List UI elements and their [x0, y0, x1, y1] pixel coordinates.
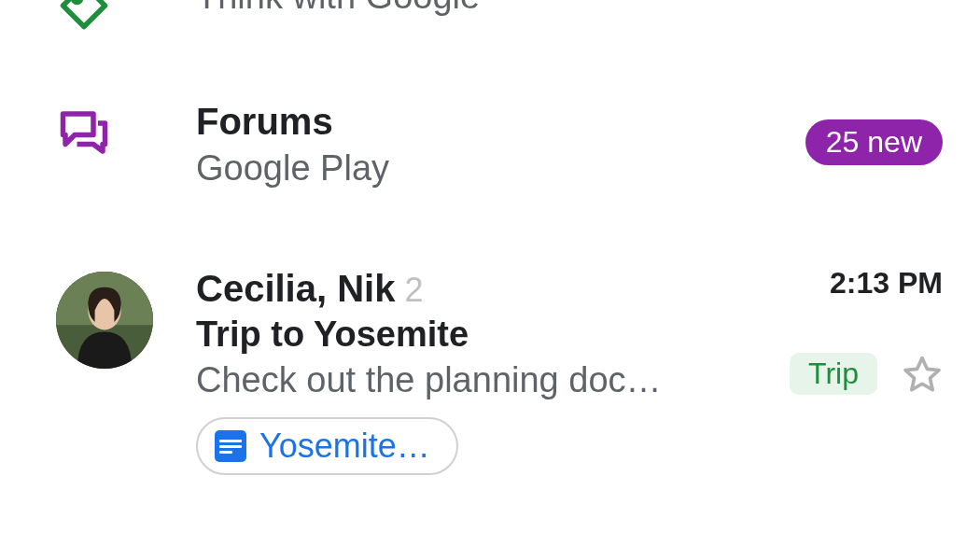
category-item-forums[interactable]: Forums Google Play 25 new: [0, 99, 980, 191]
attachment-chip[interactable]: Yosemite…: [196, 417, 458, 475]
category-subtitle: Google Play: [196, 146, 756, 191]
email-preview: Check out the planning doc…: [196, 360, 662, 400]
thread-count: 2: [404, 271, 423, 310]
email-item[interactable]: Cecilia, Nik 2 Trip to Yosemite Check ou…: [0, 266, 980, 475]
inbox-list: Think with Google Forums Google Play 25 …: [0, 0, 980, 475]
email-sender: Cecilia, Nik: [196, 266, 395, 311]
doc-icon: [215, 430, 246, 462]
category-item-promotions[interactable]: Think with Google: [0, 0, 980, 34]
attachment-label: Yosemite…: [259, 427, 430, 466]
tag-icon: [56, 0, 112, 34]
forums-icon: [56, 105, 112, 161]
category-title: Forums: [196, 99, 756, 144]
category-subtitle: Think with Google: [196, 0, 756, 20]
svg-point-0: [74, 0, 81, 3]
avatar: [56, 272, 153, 369]
unread-badge: 25 new: [805, 119, 943, 165]
label-chip[interactable]: Trip: [790, 353, 877, 395]
email-subject: Trip to Yosemite: [196, 315, 756, 355]
email-time: 2:13 PM: [830, 266, 943, 301]
star-icon[interactable]: [902, 354, 943, 395]
